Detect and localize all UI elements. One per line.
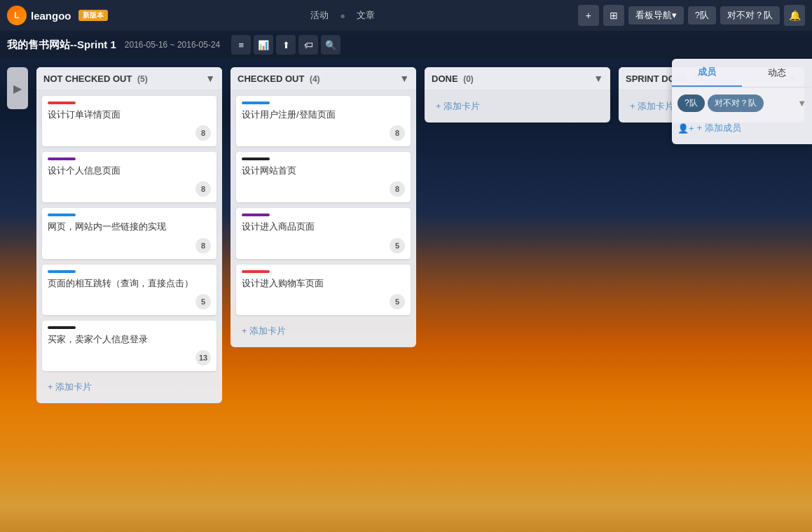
list-view-btn[interactable]: ≡ (231, 35, 251, 55)
panel-body: ?队 对不对？队 ▼ 👤+ + 添加成员 (672, 88, 812, 144)
card-footer: 13 (48, 350, 211, 365)
column-title-done: DONE (0) (432, 74, 474, 84)
right-panel: 成员 动态 ?队 对不对？队 ▼ 👤+ + 添加成员 (672, 59, 812, 144)
team-filter-1[interactable]: ?队 (677, 94, 705, 112)
add-member-icon: 👤+ (677, 123, 694, 134)
column-done: DONE (0)▼+ 添加卡片 (425, 67, 610, 122)
team-filter-2[interactable]: 对不对？队 (708, 94, 764, 112)
card-label-bar (48, 102, 76, 104)
column-count-checked-out: (4) (310, 74, 320, 84)
card-label-bar (48, 326, 76, 329)
add-button[interactable]: + (578, 5, 599, 26)
tab-members[interactable]: 成员 (672, 59, 742, 87)
team1-button[interactable]: ?队 (688, 6, 716, 24)
card-footer: 8 (48, 238, 211, 253)
grid-button[interactable]: ⊞ (603, 5, 624, 26)
team2-button[interactable]: 对不对？队 (720, 6, 780, 24)
card-text: 买家，卖家个人信息登录 (48, 333, 211, 346)
add-card-btn-done[interactable]: + 添加卡片 (430, 96, 605, 117)
navbar-center: 活动 ● 文章 (108, 9, 578, 22)
card-footer: 8 (48, 181, 211, 197)
card-footer: 5 (242, 238, 405, 253)
tag-btn[interactable]: 🏷 (298, 35, 318, 55)
card[interactable]: 买家，卖家个人信息登录13 (42, 321, 216, 371)
card-footer: 8 (48, 125, 211, 141)
team-filter: ?队 对不对？队 ▼ (677, 94, 806, 112)
add-card-btn-checked-out[interactable]: + 添加卡片 (236, 321, 411, 342)
card-label-bar (48, 158, 76, 160)
card-text: 设计进入商品页面 (242, 220, 405, 233)
search-btn[interactable]: 🔍 (321, 35, 340, 55)
column-header-done: DONE (0)▼ (425, 67, 610, 90)
tab-activity[interactable]: 动态 (742, 59, 812, 87)
notification-button[interactable]: 🔔 (784, 5, 805, 26)
card-points: 8 (195, 238, 211, 253)
card-label-bar (242, 214, 270, 216)
card-text: 设计订单详情页面 (48, 108, 211, 121)
card[interactable]: 设计用户注册/登陆页面8 (236, 96, 411, 146)
add-member-label: + 添加成员 (697, 122, 741, 134)
card-points: 5 (390, 294, 405, 309)
card-points: 8 (195, 125, 211, 141)
card-text: 网页，网站内一些链接的实现 (48, 220, 211, 233)
card-text: 设计个人信息页面 (48, 164, 211, 177)
card[interactable]: 设计进入商品页面5 (236, 208, 411, 258)
logo-text: leangoo (31, 10, 71, 22)
card[interactable]: 设计进入购物车页面5 (236, 265, 411, 315)
card-label-bar (48, 270, 76, 273)
card-label-bar (48, 214, 76, 216)
column-checked-out: CHECKED OUT (4)▼设计用户注册/登陆页面8设计网站首页8设计进入商… (230, 67, 416, 347)
column-body-done: + 添加卡片 (425, 90, 610, 122)
column-title-checked-out: CHECKED OUT (4) (238, 74, 320, 84)
card[interactable]: 设计网站首页8 (236, 152, 411, 202)
collapse-btn-checked-out[interactable]: ▼ (399, 73, 409, 84)
column-not-checked-out: NOT CHECKED OUT (5)▼设计订单详情页面8设计个人信息页面8网页… (36, 67, 222, 403)
card-label-bar (242, 158, 270, 160)
nav-link-article[interactable]: 文章 (357, 9, 375, 22)
date-range: 2016-05-16 ~ 2016-05-24 (125, 40, 220, 50)
add-card-btn-not-checked-out[interactable]: + 添加卡片 (42, 377, 216, 398)
column-count-not-checked-out: (5) (137, 74, 148, 84)
card-footer: 5 (48, 294, 211, 309)
card-footer: 8 (242, 181, 405, 197)
toolbar-icons: ≡ 📊 ⬆ 🏷 🔍 (231, 35, 340, 55)
expand-arrow[interactable]: ▶ (7, 67, 28, 109)
card-points: 5 (390, 238, 405, 253)
card-label-bar (242, 270, 270, 273)
column-title-not-checked-out: NOT CHECKED OUT (5) (43, 74, 148, 84)
column-header-checked-out: CHECKED OUT (4)▼ (230, 67, 416, 90)
card-points: 8 (195, 181, 211, 197)
card-footer: 5 (242, 294, 405, 309)
card-label-bar (242, 102, 270, 104)
version-badge: 新版本 (78, 10, 108, 21)
navbar-right: + ⊞ 看板导航▾ ?队 对不对？队 🔔 (578, 5, 805, 26)
nav-link-activity[interactable]: 活动 (310, 9, 329, 22)
card-text: 设计用户注册/登陆页面 (242, 108, 405, 121)
card-text: 页面的相互跳转（查询，直接点击） (48, 277, 211, 290)
subtoolbar: 我的售书网站--Sprint 1 2016-05-16 ~ 2016-05-24… (0, 31, 812, 59)
board-nav-button[interactable]: 看板导航▾ (628, 6, 684, 24)
collapse-btn-done[interactable]: ▼ (593, 73, 603, 84)
filter-icon[interactable]: ▼ (797, 98, 806, 108)
chart-btn[interactable]: 📊 (254, 35, 273, 55)
column-body-not-checked-out: 设计订单详情页面8设计个人信息页面8网页，网站内一些链接的实现8页面的相互跳转（… (36, 90, 222, 403)
card[interactable]: 设计个人信息页面8 (42, 152, 216, 202)
panel-tabs: 成员 动态 (672, 59, 812, 88)
card-text: 设计网站首页 (242, 164, 405, 177)
logo-icon: L (7, 6, 27, 25)
collapse-btn-not-checked-out[interactable]: ▼ (205, 73, 215, 84)
card[interactable]: 设计订单详情页面8 (42, 96, 216, 146)
card-footer: 8 (242, 125, 405, 141)
card[interactable]: 网页，网站内一些链接的实现8 (42, 208, 216, 258)
card[interactable]: 页面的相互跳转（查询，直接点击）5 (42, 265, 216, 315)
column-body-checked-out: 设计用户注册/登陆页面8设计网站首页8设计进入商品页面5设计进入购物车页面5+ … (230, 90, 416, 347)
export-btn[interactable]: ⬆ (276, 35, 296, 55)
navbar: L leangoo 新版本 活动 ● 文章 + ⊞ 看板导航▾ ?队 对不对？队… (0, 0, 812, 31)
card-points: 8 (390, 125, 405, 141)
card-points: 8 (390, 181, 405, 197)
add-member-button[interactable]: 👤+ + 添加成员 (677, 119, 741, 137)
card-points: 13 (195, 350, 211, 365)
card-text: 设计进入购物车页面 (242, 277, 405, 290)
nav-dot: ● (340, 10, 345, 21)
logo: L leangoo 新版本 (7, 6, 108, 25)
